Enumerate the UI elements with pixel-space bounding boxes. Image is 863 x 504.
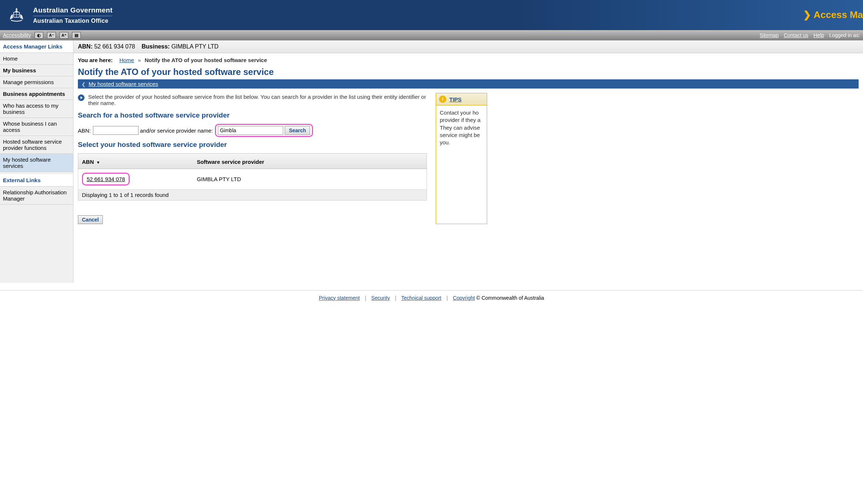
footer-separator: | bbox=[365, 295, 366, 301]
you-are-here-label: You are here: bbox=[78, 57, 113, 63]
sidebar-item-hosted-provider-functions[interactable]: Hosted software service provider functio… bbox=[0, 136, 73, 154]
content-body: Select the provider of your hosted softw… bbox=[73, 89, 863, 224]
abn-label: ABN: bbox=[78, 43, 93, 50]
footer-privacy[interactable]: Privacy statement bbox=[319, 295, 360, 301]
text-increase-button[interactable]: A⁺ bbox=[60, 32, 68, 39]
logged-in-label: Logged in as: bbox=[829, 32, 860, 38]
chevron-right-icon: ❯ bbox=[803, 9, 811, 20]
col-abn[interactable]: ABN ▼ bbox=[78, 154, 193, 169]
cancel-button[interactable]: Cancel bbox=[78, 215, 103, 224]
context-bar: ABN: 52 661 934 078 Business: GIMBLA PTY… bbox=[73, 40, 863, 53]
coat-of-arms-icon bbox=[6, 4, 28, 26]
table-footer: Displaying 1 to 1 of 1 records found bbox=[78, 190, 427, 201]
col-provider[interactable]: Software service provider bbox=[193, 154, 427, 169]
name-search-highlight: Search bbox=[215, 124, 313, 137]
header-org-text: Australian Government Australian Taxatio… bbox=[33, 6, 112, 24]
app-header: Australian Government Australian Taxatio… bbox=[0, 0, 863, 30]
tips-body: Contact your ho provider if they a They … bbox=[436, 105, 487, 150]
business-value: GIMBLA PTY LTD bbox=[171, 43, 218, 50]
results-table: ABN ▼ Software service provider 52 661 9… bbox=[78, 153, 427, 190]
tips-link[interactable]: TIPS bbox=[449, 96, 461, 102]
accessibility-link[interactable]: Accessibility bbox=[3, 32, 31, 38]
sidebar-section-access-manager: Access Manager Links bbox=[0, 40, 73, 53]
footer: Privacy statement | Security | Technical… bbox=[0, 290, 863, 305]
abn-input[interactable] bbox=[93, 126, 139, 135]
utility-right: Sitemap Contact us Help Logged in as: bbox=[760, 32, 860, 38]
nav-strip: ❮ My hosted software services bbox=[78, 79, 859, 89]
business-label: Business: bbox=[141, 43, 169, 50]
cancel-row: Cancel bbox=[78, 215, 427, 224]
sidebar-item-home[interactable]: Home bbox=[0, 53, 73, 65]
search-row: ABN: and/or service provider name: Searc… bbox=[78, 124, 427, 137]
nav-back-link[interactable]: My hosted software services bbox=[89, 81, 158, 87]
arrow-right-circle-icon bbox=[78, 94, 84, 101]
breadcrumb-separator: » bbox=[138, 57, 141, 63]
search-button[interactable]: Search bbox=[285, 126, 310, 135]
sidebar-item-who-has-access[interactable]: Who has access to my business bbox=[0, 100, 73, 118]
sidebar-section-external: External Links bbox=[0, 174, 73, 187]
footer-technical[interactable]: Technical support bbox=[401, 295, 441, 301]
sidebar-item-ram[interactable]: Relationship Authorisation Manager bbox=[0, 187, 73, 205]
sidebar-item-my-business[interactable]: My business bbox=[0, 65, 73, 76]
sort-desc-icon: ▼ bbox=[96, 160, 100, 165]
abn-result-highlight: 52 661 934 078 bbox=[82, 173, 130, 186]
contact-link[interactable]: Contact us bbox=[784, 32, 808, 38]
result-abn-link[interactable]: 52 661 934 078 bbox=[87, 176, 125, 182]
layout-toggle-icon[interactable]: ▤ bbox=[72, 32, 81, 39]
main-container: Access Manager Links Home My business Ma… bbox=[0, 40, 863, 283]
sidebar: Access Manager Links Home My business Ma… bbox=[0, 40, 73, 283]
tips-header: ! TIPS bbox=[436, 93, 487, 105]
provider-name-input[interactable] bbox=[218, 126, 283, 135]
instruction-text: Select the provider of your hosted softw… bbox=[88, 94, 427, 106]
search-andor-label: and/or service provider name: bbox=[140, 127, 213, 134]
table-row: 52 661 934 078 GIMBLA PTY LTD bbox=[78, 169, 427, 190]
result-provider-cell: GIMBLA PTY LTD bbox=[193, 169, 427, 190]
breadcrumb-home[interactable]: Home bbox=[119, 57, 134, 63]
search-heading: Search for a hosted software service pro… bbox=[78, 111, 427, 119]
text-decrease-button[interactable]: A⁻ bbox=[47, 32, 56, 39]
sidebar-item-business-appointments[interactable]: Business appointments bbox=[0, 88, 73, 100]
crest-icon bbox=[4, 2, 29, 28]
help-link[interactable]: Help bbox=[813, 32, 824, 38]
contrast-toggle-icon[interactable]: ◐ bbox=[35, 32, 43, 39]
footer-copyright-link[interactable]: Copyright bbox=[453, 295, 475, 301]
tips-panel: ! TIPS Contact your ho provider if they … bbox=[436, 93, 487, 224]
search-abn-label: ABN: bbox=[78, 127, 91, 134]
back-arrow-icon: ❮ bbox=[82, 82, 86, 87]
result-abn-cell: 52 661 934 078 bbox=[78, 169, 193, 190]
results-heading: Select your hosted software service prov… bbox=[78, 141, 427, 149]
utility-bar: Accessibility ◐ A⁻ A⁺ ▤ Sitemap Contact … bbox=[0, 30, 863, 40]
content-main: Select the provider of your hosted softw… bbox=[78, 94, 427, 224]
footer-copyright-text: © Commonwealth of Australia bbox=[475, 295, 544, 301]
breadcrumb: You are here: Home » Notify the ATO of y… bbox=[73, 53, 863, 65]
page-title: Notify the ATO of your hosted software s… bbox=[73, 65, 863, 79]
main-area: ABN: 52 661 934 078 Business: GIMBLA PTY… bbox=[73, 40, 863, 283]
header-app-title: ❯ Access Ma bbox=[803, 9, 863, 21]
footer-separator: | bbox=[446, 295, 448, 301]
footer-security[interactable]: Security bbox=[371, 295, 390, 301]
info-icon: ! bbox=[439, 96, 446, 103]
sidebar-item-whose-business[interactable]: Whose business I can access bbox=[0, 118, 73, 136]
sidebar-item-manage-permissions[interactable]: Manage permissions bbox=[0, 76, 73, 88]
utility-left: Accessibility ◐ A⁻ A⁺ ▤ bbox=[3, 32, 81, 39]
breadcrumb-current: Notify the ATO of your hosted software s… bbox=[145, 57, 267, 63]
sitemap-link[interactable]: Sitemap bbox=[760, 32, 779, 38]
header-gov-line: Australian Government bbox=[33, 6, 112, 14]
sidebar-item-my-hosted-services[interactable]: My hosted software services bbox=[0, 154, 73, 172]
instruction-row: Select the provider of your hosted softw… bbox=[78, 94, 427, 106]
abn-value: 52 661 934 078 bbox=[94, 43, 135, 50]
footer-separator: | bbox=[395, 295, 396, 301]
header-ato-line: Australian Taxation Office bbox=[33, 16, 112, 24]
